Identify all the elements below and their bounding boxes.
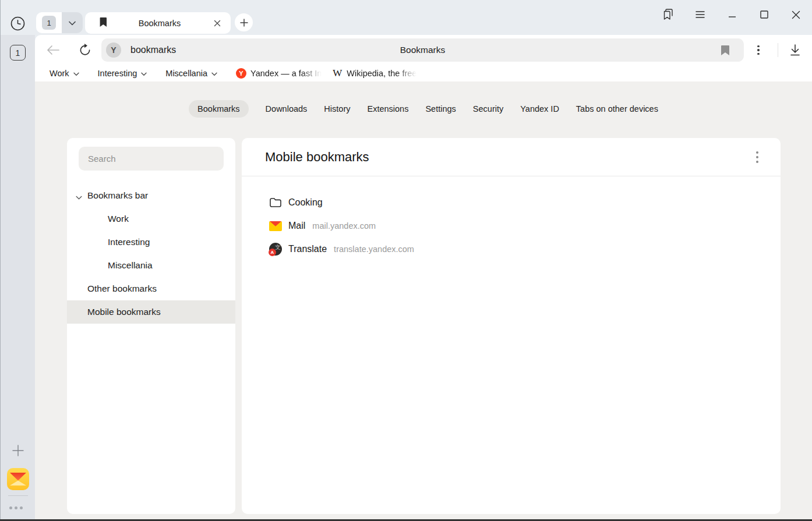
bookmarks-tree: Bookmarks bar Work Interesting Miscellan… (67, 184, 235, 324)
bookmarks-bar-link-wikipedia[interactable]: W Wikipedia, the free (332, 68, 416, 79)
page-title: Bookmarks (101, 45, 744, 55)
close-icon[interactable] (780, 5, 812, 24)
wikipedia-favicon: W (332, 68, 343, 79)
bookmark-flag-icon[interactable] (718, 43, 732, 57)
tree-item-label: Interesting (108, 237, 150, 247)
bookmarks-bar-folder-miscellania[interactable]: Miscellania (165, 69, 217, 78)
tree-item-work[interactable]: Work (67, 207, 235, 231)
chevron-down-icon (73, 69, 79, 78)
tree-item-label: Work (108, 214, 129, 224)
tab-group-chip[interactable]: 1 (36, 12, 83, 33)
tab-group-count-badge: 1 (42, 16, 56, 30)
tab-downloads[interactable]: Downloads (266, 100, 308, 118)
tree-item-label: Miscellania (108, 260, 153, 271)
tree-item-label: Bookmarks bar (87, 190, 148, 201)
bookmarks-bar-folder-work[interactable]: Work (50, 69, 79, 78)
bookmark-url: mail.yandex.com (312, 221, 376, 231)
maximize-icon[interactable] (748, 5, 780, 24)
bookmark-name: Mail (288, 221, 305, 231)
search-input[interactable] (79, 147, 224, 171)
list-item-translate[interactable]: 文A Translate translate.yandex.com (242, 238, 781, 261)
tree-item-mobile-bookmarks[interactable]: Mobile bookmarks (67, 300, 235, 324)
content-title: Mobile bookmarks (265, 150, 751, 165)
bookmarks-bar-folder-interesting[interactable]: Interesting (98, 69, 147, 78)
tree-item-label: Mobile bookmarks (87, 307, 161, 317)
bookmarks-content-panel: Mobile bookmarks Cooking Mail mail.yande… (242, 138, 781, 514)
tree-item-miscellania[interactable]: Miscellania (67, 254, 235, 277)
address-bar[interactable]: Y bookmarks Bookmarks (101, 38, 744, 62)
browser-toolbar: Y bookmarks Bookmarks (35, 35, 812, 65)
content-kebab-menu-icon[interactable] (751, 150, 763, 165)
bookmark-url: translate.yandex.com (334, 244, 414, 254)
tab-close-icon[interactable] (211, 17, 224, 30)
tree-item-bookmarks-bar[interactable]: Bookmarks bar (67, 184, 235, 207)
new-tab-button[interactable] (235, 13, 253, 31)
bookmark-link-label: Yandex — a fast In (250, 69, 322, 78)
rail-more-icon[interactable] (9, 504, 27, 512)
tree-item-label: Other bookmarks (87, 283, 157, 294)
bookmarks-bar-link-yandex[interactable]: Y Yandex — a fast In (236, 68, 322, 79)
bookmark-link-label: Wikipedia, the free (347, 69, 416, 78)
tab-settings[interactable]: Settings (425, 100, 456, 118)
window-left-edge (0, 0, 1, 521)
bookmark-name: Cooking (288, 197, 323, 208)
folder-icon (269, 197, 283, 208)
bookmark-name: Translate (288, 244, 327, 254)
list-item-mail[interactable]: Mail mail.yandex.com (242, 214, 781, 238)
left-sidebar-rail: 1 (0, 35, 35, 521)
chevron-down-icon (69, 17, 76, 28)
tab-group-button[interactable]: 1 (36, 12, 62, 33)
back-arrow-icon[interactable] (45, 43, 61, 57)
downloads-icon[interactable] (786, 42, 804, 58)
tab-other-devices[interactable]: Tabs on other devices (576, 100, 658, 118)
add-panel-plus-icon[interactable] (10, 442, 26, 459)
minimize-icon[interactable] (716, 5, 748, 24)
bookmark-folder-label: Work (50, 69, 69, 78)
bookmarks-bar: Work Interesting Miscellania Y Yandex — … (35, 65, 812, 81)
tree-item-interesting[interactable]: Interesting (67, 231, 235, 254)
tab-group-expand-button[interactable] (62, 12, 83, 33)
tab-bookmarks-pill[interactable]: Bookmarks (189, 100, 249, 118)
bookmarks-list: Cooking Mail mail.yandex.com 文A Translat… (242, 176, 781, 261)
yandex-mail-icon (269, 221, 283, 231)
bookmarks-tree-panel: Bookmarks bar Work Interesting Miscellan… (67, 138, 235, 514)
tree-item-other-bookmarks[interactable]: Other bookmarks (67, 277, 235, 300)
chevron-down-icon (76, 192, 82, 203)
reload-icon[interactable] (77, 42, 93, 58)
history-clock-icon[interactable] (10, 16, 26, 31)
tab-title: Bookmarks (108, 19, 211, 28)
bookmark-icon (98, 16, 108, 30)
manager-nav-tabs: Bookmarks Downloads History Extensions S… (35, 100, 812, 118)
yandex-favicon: Y (236, 68, 246, 79)
menu-icon[interactable] (684, 5, 716, 24)
bookmark-folder-label: Miscellania (165, 69, 207, 78)
tab-history[interactable]: History (324, 100, 350, 118)
chevron-down-icon (211, 69, 217, 78)
site-favicon: Y (106, 42, 121, 58)
tab-bookmarks[interactable]: Bookmarks (85, 12, 231, 34)
toolbar-kebab-menu-icon[interactable] (752, 42, 765, 58)
bookmarks-manager-page: Bookmarks Downloads History Extensions S… (35, 81, 812, 521)
content-header: Mobile bookmarks (242, 138, 781, 176)
url-text: bookmarks (130, 45, 176, 55)
rail-divider (8, 495, 28, 496)
tab-security[interactable]: Security (473, 100, 503, 118)
toolbar-divider (778, 43, 778, 57)
workspace-badge[interactable]: 1 (10, 45, 26, 61)
yandex-translate-icon: 文A (269, 243, 283, 256)
side-panels-icon[interactable] (652, 5, 684, 24)
tab-extensions[interactable]: Extensions (367, 100, 408, 118)
yandex-mail-app-icon[interactable] (7, 468, 29, 490)
tab-strip: 1 Bookmarks (0, 0, 812, 35)
tab-yandex-id[interactable]: Yandex ID (520, 100, 559, 118)
list-item-cooking[interactable]: Cooking (242, 191, 781, 214)
chevron-down-icon (141, 69, 147, 78)
bookmark-folder-label: Interesting (98, 69, 137, 78)
